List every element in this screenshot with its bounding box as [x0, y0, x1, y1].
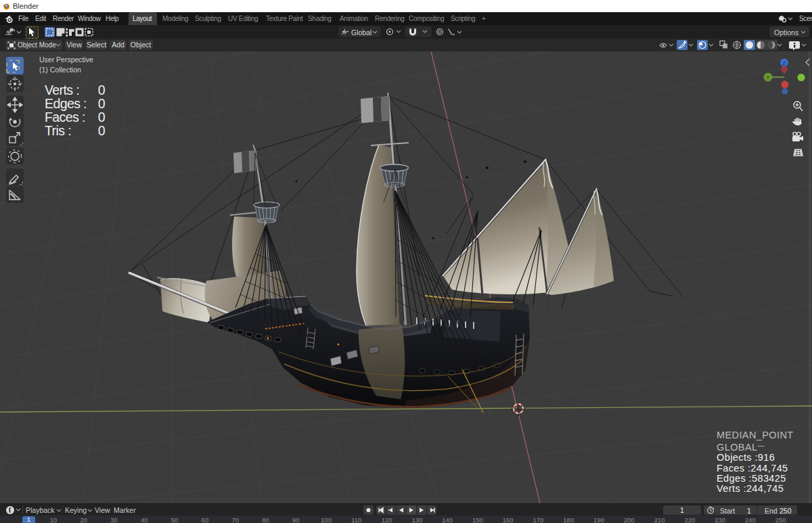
- svg-text:Y: Y: [766, 74, 770, 81]
- svg-text:Z: Z: [783, 60, 786, 66]
